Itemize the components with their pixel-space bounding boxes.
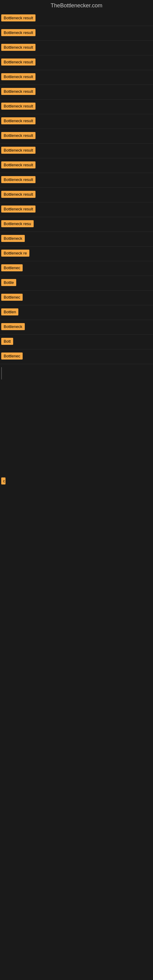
result-row-15: Bottleneck resu: [0, 217, 153, 232]
bottleneck-badge-16[interactable]: Bottleneck: [1, 235, 25, 242]
bottleneck-badge-8[interactable]: Bottleneck result: [1, 117, 35, 124]
bottleneck-badge-14[interactable]: Bottleneck result: [1, 205, 35, 213]
result-row-8: Bottleneck result: [0, 114, 153, 129]
result-row-17: Bottleneck re: [0, 247, 153, 261]
result-row-22: Bottleneck: [0, 320, 153, 335]
bottleneck-badge-5[interactable]: Bottleneck result: [1, 73, 35, 80]
bottleneck-badge-23[interactable]: Bott: [1, 338, 13, 345]
result-row-24: Bottlenec: [0, 350, 153, 364]
bottleneck-badge-22[interactable]: Bottleneck: [1, 323, 25, 330]
bottleneck-badge-7[interactable]: Bottleneck result: [1, 103, 35, 110]
bottleneck-badge-13[interactable]: Bottleneck result: [1, 191, 35, 198]
bottleneck-badge-12[interactable]: Bottleneck result: [1, 176, 35, 183]
site-title: TheBottlenecker.com: [0, 0, 153, 11]
bottleneck-badge-2[interactable]: Bottleneck result: [1, 29, 35, 36]
result-row-20: Bottlenec: [0, 291, 153, 305]
bottleneck-badge-10[interactable]: Bottleneck result: [1, 147, 35, 154]
result-row-7: Bottleneck result: [0, 100, 153, 114]
bottleneck-badge-21[interactable]: Bottlen: [1, 309, 18, 315]
result-row-11: Bottleneck result: [0, 158, 153, 173]
result-row-1: Bottleneck result: [0, 11, 153, 26]
bottleneck-badge-1[interactable]: Bottleneck result: [1, 14, 35, 21]
bottleneck-badge-18[interactable]: Bottlenec: [1, 264, 22, 271]
bottleneck-badge-4[interactable]: Bottleneck result: [1, 59, 35, 65]
bottleneck-badge-17[interactable]: Bottleneck re: [1, 250, 29, 257]
bottleneck-badge-3[interactable]: Bottleneck result: [1, 44, 35, 51]
result-row-5: Bottleneck result: [0, 70, 153, 85]
result-row-16: Bottleneck: [0, 232, 153, 247]
result-row-23: Bott: [0, 335, 153, 350]
bottleneck-badge-19[interactable]: Bottle: [1, 279, 16, 286]
bottleneck-badge-11[interactable]: Bottleneck result: [1, 161, 35, 169]
bottom-badge: c: [0, 474, 153, 489]
result-row-18: Bottlenec: [0, 261, 153, 276]
bottleneck-badge-24[interactable]: Bottlenec: [1, 353, 22, 360]
result-row-2: Bottleneck result: [0, 26, 153, 41]
bottleneck-badge-9[interactable]: Bottleneck result: [1, 132, 35, 139]
result-row-12: Bottleneck result: [0, 173, 153, 188]
result-row-4: Bottleneck result: [0, 56, 153, 70]
vertical-line: [1, 367, 2, 379]
result-row-14: Bottleneck result: [0, 202, 153, 217]
result-row-19: Bottle: [0, 276, 153, 291]
result-row-6: Bottleneck result: [0, 85, 153, 100]
bottleneck-badge-6[interactable]: Bottleneck result: [1, 88, 35, 95]
result-row-13: Bottleneck result: [0, 188, 153, 202]
result-row-21: Bottlen: [0, 305, 153, 320]
result-row-3: Bottleneck result: [0, 41, 153, 56]
result-row-9: Bottleneck result: [0, 129, 153, 144]
result-row-10: Bottleneck result: [0, 144, 153, 158]
bottleneck-badge-20[interactable]: Bottlenec: [1, 294, 22, 301]
bottleneck-badge-15[interactable]: Bottleneck resu: [1, 220, 33, 227]
